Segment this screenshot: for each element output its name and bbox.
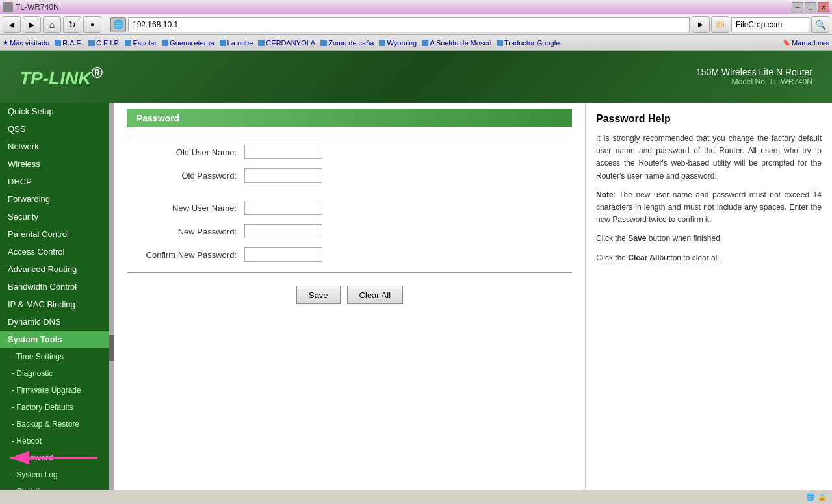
old-password-row: Old Password:	[127, 168, 572, 183]
old-password-input[interactable]	[244, 168, 322, 183]
new-password-input[interactable]	[244, 224, 322, 238]
sidebar-scrollbar[interactable]	[109, 103, 114, 490]
new-user-name-label: New User Name:	[127, 203, 244, 213]
bookmark-ceip[interactable]: C.E.I.P.	[88, 39, 120, 47]
bookmark-sueldo[interactable]: A Sueldo de Moscú	[422, 39, 491, 47]
save-button[interactable]: Save	[296, 286, 341, 304]
password-form: Old User Name: Old Password: New User Na…	[127, 145, 572, 262]
help-text-3: Click the Save button when finished.	[596, 233, 822, 245]
sidebar-item-security[interactable]: Security	[0, 208, 109, 225]
bookmark-nube[interactable]: La nube	[220, 39, 254, 47]
sidebar-item-quick-setup[interactable]: Quick Setup	[0, 103, 109, 120]
new-user-name-row: New User Name:	[127, 201, 572, 215]
separator-bottom	[127, 272, 572, 273]
minimize-button[interactable]: ─	[792, 2, 803, 12]
page-icon: 🌐	[110, 17, 126, 32]
sidebar-item-dhcp[interactable]: DHCP	[0, 173, 109, 190]
status-shield-icon: 🔒	[818, 493, 827, 501]
go-button[interactable]: ▶	[692, 16, 710, 33]
help-text-4: Click the Clear Allbutton to clear all.	[596, 252, 822, 264]
browser-frame: TL-WR740N ─ □ ✕ ◄ ► ⌂ ↻ ● 🌐 ▶ )))) 🔍 ★ M…	[0, 0, 832, 504]
bookmark-guerra[interactable]: Guerra eterna	[162, 39, 214, 47]
sidebar-item-password[interactable]: - Password	[0, 449, 109, 466]
sidebar-item-time-settings[interactable]: - Time Settings	[0, 348, 109, 365]
new-password-row: New Password:	[127, 224, 572, 238]
nav-toolbar: ◄ ► ⌂ ↻ ● 🌐 ▶ )))) 🔍	[0, 14, 832, 35]
sidebar-item-statistics[interactable]: - Statistics	[0, 483, 109, 490]
router-model: 150M Wireless Lite N Router Model No. TL…	[696, 67, 812, 86]
status-globe-icon: 🌐	[806, 493, 815, 501]
sidebar-item-reboot[interactable]: - Reboot	[0, 433, 109, 449]
bookmark-cerdanyola[interactable]: CERDANYOLA	[258, 39, 315, 47]
bookmark-marcadores[interactable]: 🔖 Marcadores	[783, 39, 829, 47]
search-input[interactable]	[731, 17, 809, 32]
sidebar-item-access-control[interactable]: Access Control	[0, 243, 109, 260]
bookmark-wyoming[interactable]: Wyoming	[379, 39, 417, 47]
back-button[interactable]: ◄	[3, 16, 21, 33]
sidebar-item-wireless[interactable]: Wireless	[0, 155, 109, 173]
confirm-password-label: Confirm New Password:	[127, 250, 244, 260]
status-bar: 🌐 🔒	[0, 490, 832, 504]
sidebar-item-ip-mac-binding[interactable]: IP & MAC Binding	[0, 296, 109, 313]
bookmark-escolar[interactable]: Escolar	[125, 39, 157, 47]
sidebar-item-dynamic-dns[interactable]: Dynamic DNS	[0, 313, 109, 331]
home-button[interactable]: ⌂	[43, 16, 61, 33]
address-input[interactable]	[128, 17, 690, 32]
title-bar-buttons: ─ □ ✕	[792, 2, 829, 12]
bookmark-zumo[interactable]: Zumo de caña	[320, 39, 374, 47]
sidebar-item-network[interactable]: Network	[0, 138, 109, 155]
help-panel: Password Help It is strongly recommended…	[585, 103, 832, 490]
main-area: Quick Setup QSS Network Wireless DHCP	[0, 103, 832, 490]
browser-icon	[3, 2, 13, 12]
old-password-label: Old Password:	[127, 171, 244, 181]
router-model-title: 150M Wireless Lite N Router	[696, 67, 812, 77]
sidebar-item-diagnostic[interactable]: - Diagnostic	[0, 365, 109, 382]
bookmark-rae[interactable]: R.A.E.	[55, 39, 83, 47]
router-model-number: Model No. TL-WR740N	[696, 77, 812, 86]
new-password-label: New Password:	[127, 227, 244, 236]
sidebar-nav: Quick Setup QSS Network Wireless DHCP	[0, 103, 109, 490]
help-text-1: It is strongly recommended that you chan…	[596, 132, 822, 183]
stop-button[interactable]: ●	[83, 16, 101, 33]
separator-top	[127, 138, 572, 138]
title-bar: TL-WR740N ─ □ ✕	[0, 0, 832, 14]
clear-all-button[interactable]: Clear All	[347, 286, 403, 304]
sidebar-scroll-thumb[interactable]	[109, 335, 114, 361]
page-content: Password Old User Name: Old Password:	[114, 103, 585, 490]
refresh-button[interactable]: ↻	[63, 16, 81, 33]
status-icons: 🌐 🔒	[806, 493, 827, 501]
sidebar-item-system-tools[interactable]: System Tools	[0, 331, 109, 348]
sidebar-item-advanced-routing[interactable]: Advanced Routing	[0, 260, 109, 278]
section-header: Password	[127, 109, 572, 127]
new-user-name-input[interactable]	[244, 201, 322, 215]
sidebar-item-firmware-upgrade[interactable]: - Firmware Upgrade	[0, 382, 109, 399]
rss-button[interactable]: ))))	[711, 16, 729, 33]
sidebar-item-forwarding[interactable]: Forwarding	[0, 190, 109, 208]
bookmark-traductor[interactable]: Traductor Google	[497, 39, 560, 47]
sidebar-item-backup-restore[interactable]: - Backup & Restore	[0, 416, 109, 433]
page-inner: Password Old User Name: Old Password:	[114, 103, 585, 310]
old-user-name-row: Old User Name:	[127, 145, 572, 159]
search-button[interactable]: 🔍	[811, 16, 829, 33]
bookmarks-bar: ★ Más visitado R.A.E. C.E.I.P. Escolar G…	[0, 35, 832, 51]
sidebar-item-factory-defaults[interactable]: - Factory Defaults	[0, 399, 109, 416]
bookmark-mas-visitado[interactable]: ★ Más visitado	[3, 39, 49, 47]
tp-link-logo: TP-LINK®	[20, 64, 103, 89]
sidebar-item-qss[interactable]: QSS	[0, 120, 109, 138]
sidebar-item-system-log[interactable]: - System Log	[0, 466, 109, 483]
close-button[interactable]: ✕	[818, 2, 829, 12]
confirm-password-input[interactable]	[244, 247, 322, 262]
button-row: Save Clear All	[127, 286, 572, 304]
title-bar-text: TL-WR740N	[16, 3, 792, 12]
forward-button[interactable]: ►	[23, 16, 41, 33]
confirm-password-row: Confirm New Password:	[127, 247, 572, 262]
maximize-button[interactable]: □	[805, 2, 816, 12]
old-user-name-input[interactable]	[244, 145, 322, 159]
sidebar: Quick Setup QSS Network Wireless DHCP	[0, 103, 114, 490]
sidebar-item-bandwidth-control[interactable]: Bandwidth Control	[0, 278, 109, 296]
help-title: Password Help	[596, 113, 822, 125]
content-area: Password Old User Name: Old Password:	[114, 103, 832, 490]
old-user-name-label: Old User Name:	[127, 147, 244, 157]
sidebar-item-parental-control[interactable]: Parental Control	[0, 225, 109, 243]
router-header: TP-LINK® 150M Wireless Lite N Router Mod…	[0, 51, 832, 103]
